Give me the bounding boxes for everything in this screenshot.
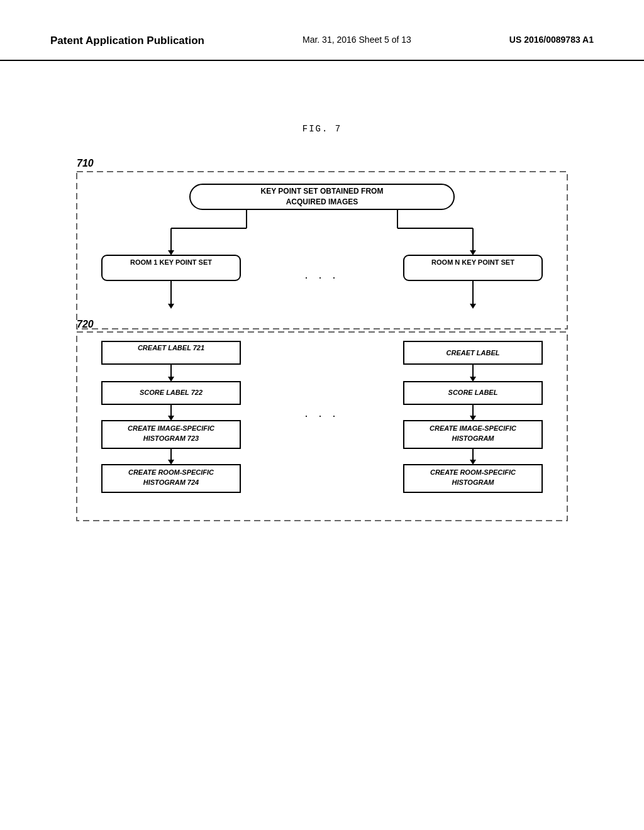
dots-top: . . . [304, 268, 339, 281]
header-patent-number: US 2016/0089783 A1 [509, 35, 594, 45]
svg-marker-25 [168, 460, 174, 465]
create-label-721-text: CREAET LABEL 721 [138, 344, 204, 351]
create-room-hist-right-text2: HISTOGRAM [452, 479, 494, 486]
create-room-hist-724-text: CREATE ROOM-SPECIFIC [128, 468, 214, 476]
svg-marker-5 [168, 250, 174, 255]
score-label-right-text: SCORE LABEL [448, 389, 498, 396]
svg-marker-35 [470, 460, 476, 465]
svg-marker-29 [470, 377, 476, 382]
top-node-text: KEY POINT SET OBTAINED FROM [261, 187, 384, 196]
page: Patent Application Publication Mar. 31, … [0, 0, 644, 830]
create-image-hist-right-text: CREATE IMAGE-SPECIFIC [430, 424, 517, 432]
box710-label: 710 [77, 158, 94, 169]
top-node-text2: ACQUIRED IMAGES [286, 197, 358, 206]
score-label-722-text: SCORE LABEL 722 [140, 389, 203, 396]
create-room-hist-right-text: CREATE ROOM-SPECIFIC [430, 468, 516, 476]
diagram: 710 KEY POINT SET OBTAINED FROM ACQUIRED… [70, 153, 574, 530]
create-image-hist-723-text2: HISTOGRAM 723 [143, 434, 199, 442]
create-image-hist-right-text2: HISTOGRAM [452, 434, 494, 442]
figure-title: FIG. 7 [303, 124, 341, 134]
svg-marker-32 [470, 416, 476, 421]
svg-marker-19 [168, 377, 174, 382]
header-publication-label: Patent Application Publication [50, 35, 204, 47]
create-room-hist-724-text2: HISTOGRAM 724 [143, 479, 199, 486]
header-date-sheet: Mar. 31, 2016 Sheet 5 of 13 [303, 35, 411, 45]
header: Patent Application Publication Mar. 31, … [0, 0, 644, 61]
create-label-right-text: CREAET LABEL [447, 349, 500, 357]
svg-marker-22 [168, 416, 174, 421]
svg-marker-9 [470, 250, 476, 255]
room1-text: ROOM 1 KEY POINT SET [130, 258, 212, 266]
svg-marker-15 [470, 304, 476, 309]
create-image-hist-723-text: CREATE IMAGE-SPECIFIC [128, 424, 215, 432]
box720-label: 720 [77, 319, 94, 329]
roomN-text: ROOM N KEY POINT SET [431, 258, 514, 266]
svg-marker-13 [168, 304, 174, 309]
figure-area: FIG. 7 710 KEY POINT SET OBTAINED FROM A… [0, 61, 644, 555]
dots-middle: . . . [304, 407, 339, 419]
